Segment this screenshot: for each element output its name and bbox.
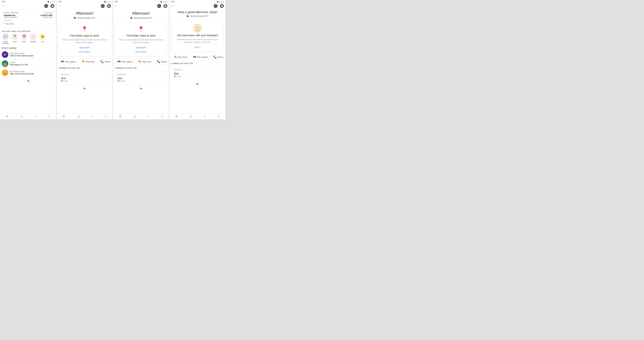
compass-icon-4[interactable]: 🧭 — [220, 4, 224, 8]
explore-item-weather[interactable]: ☁️ Weather — [30, 33, 37, 44]
time-4: 1:50 — [171, 1, 174, 3]
play-music-btn-4[interactable]: 🍕 Play music — [172, 54, 190, 60]
svg-point-7 — [196, 83, 198, 85]
play-game-btn-4[interactable]: 🎮 Play a game — [191, 54, 210, 60]
trending-item-space[interactable]: 🌌 Facts about space Talk to Facts about … — [2, 50, 54, 59]
call-btn-4[interactable]: 📞 Ma ph… — [211, 54, 226, 60]
play-game-btn-2[interactable]: 🎮 Play a game — [58, 59, 78, 65]
event-menu-3[interactable]: ⋮ — [162, 73, 165, 76]
trending-icon-thanos: 😀 — [2, 70, 8, 76]
event-day-4: Tomorrow — [174, 69, 182, 71]
explore-label-weather: Weather — [30, 41, 36, 43]
messages-icon-3[interactable]: ✉ — [157, 4, 161, 8]
back-button-3[interactable]: ← — [115, 5, 118, 8]
card-subtitle-2: Add your work address to get traffic and… — [62, 39, 107, 44]
call-label-2: Ma ph… — [105, 61, 112, 63]
messages-icon-4[interactable]: ✉ — [214, 4, 218, 8]
disclaimer: Disclaimer — [4, 19, 52, 22]
trending-item-thanos[interactable]: 😀 Did Thanos Kill Me Talk to Did Thanos … — [2, 68, 54, 77]
explore-item-news[interactable]: 📅 News — [20, 33, 28, 44]
got-it-link-4[interactable]: GOT IT — [194, 46, 201, 49]
music-icon-2: 🍕 — [82, 60, 85, 63]
add-work-link-2[interactable]: ADD WORK — [79, 46, 90, 49]
stock-row-googl: GOOGL (NASDAQ) 1.71 (0.15%) — [4, 12, 52, 14]
play-music-label-3: Play music — [142, 61, 152, 63]
explore-item-gar[interactable]: 🔶 Gar — [39, 33, 46, 44]
google-dot-container-1 — [0, 77, 56, 84]
stock-price-goog: 1,120.87 USD 2.99 (0.27%) — [40, 14, 52, 18]
call-btn-3[interactable]: 📞 Ma ph… — [155, 59, 169, 65]
nav-back-4[interactable]: ◁ — [190, 114, 192, 118]
music-icon-4: 🍕 — [174, 55, 177, 59]
time-1: 1:52 — [2, 1, 5, 3]
top-bar-3: ← ✉ 🧭 — [113, 3, 169, 9]
nav-location-2[interactable]: ⊙ — [62, 114, 65, 118]
wifi-icon: ▲ — [50, 1, 51, 3]
nav-home-1[interactable]: ○ — [35, 115, 36, 118]
event-time-2: ⏰ 8 AM — [61, 80, 108, 82]
nav-location-1[interactable]: ⊙ — [6, 114, 8, 118]
call-btn-2[interactable]: 📞 Ma ph… — [98, 59, 112, 65]
game-icon-2: 🎮 — [61, 60, 64, 63]
event-menu-2[interactable]: ⋮ — [106, 73, 108, 76]
greeting-3: Afternoon! — [113, 9, 169, 16]
no-thanks-link-2[interactable]: NO THANKS — [79, 50, 90, 54]
greeting-4: Have a great afternoon, Dylan — [170, 9, 226, 15]
explore-label-local: Local — [13, 41, 16, 43]
wifi-icon-4: ▲ — [219, 1, 220, 3]
compass-icon-3[interactable]: 🧭 — [164, 4, 167, 8]
back-button-1[interactable]: ← — [2, 5, 4, 8]
back-button-4[interactable]: ← — [171, 5, 174, 8]
nav-home-3[interactable]: ○ — [148, 115, 149, 118]
call-icon-4: 📞 — [214, 55, 217, 59]
trending-icon-tunein: 📻 — [2, 60, 8, 67]
card-title-4: Get more done with your Assistant — [177, 34, 218, 37]
scroll-content-2[interactable]: Afternoon! 🌥 Mostly Cloudy 26°C 📍 Find f… — [56, 9, 112, 113]
scroll-content-3[interactable]: Afternoon! 🌥 Mostly Cloudy 26°C 📍 Find f… — [113, 9, 169, 113]
nav-location-3[interactable]: ⊙ — [119, 114, 122, 118]
play-music-btn-2[interactable]: 🍕 Play music — [79, 59, 97, 65]
nav-home-2[interactable]: ○ — [91, 115, 93, 118]
trending-title-tunein: TuneIn — [10, 61, 54, 64]
back-button-2[interactable]: ← — [58, 5, 61, 8]
add-work-link-3[interactable]: ADD WORK — [136, 46, 146, 49]
play-music-btn-3[interactable]: 🍕 Play music — [136, 59, 154, 65]
bottom-nav-2: ⊙ ◁ ○ □ — [56, 113, 112, 119]
see-more-link[interactable]: + See more — [4, 22, 52, 26]
messages-icon-2[interactable]: ✉ — [101, 4, 105, 8]
main-card-2: 📍 Find faster ways to work Add your work… — [58, 22, 110, 56]
nav-location-4[interactable]: ⊙ — [175, 114, 178, 118]
nav-back-1[interactable]: ◁ — [20, 114, 23, 118]
nav-home-4[interactable]: ○ — [204, 115, 206, 118]
nav-recents-3[interactable]: □ — [161, 115, 163, 118]
google-dot-4 — [195, 82, 200, 86]
trending-label: What's trending — [2, 45, 54, 50]
bottom-nav-4: ⊙ ◁ ○ □ — [170, 113, 226, 119]
svg-point-8 — [198, 84, 199, 85]
stock-price-googl: 1.71 (0.15%) — [43, 12, 52, 14]
nav-back-3[interactable]: ◁ — [134, 114, 136, 118]
trending-item-tunein[interactable]: 📻 TuneIn Play Mega 97.9 FM — [2, 59, 54, 68]
nav-recents-1[interactable]: □ — [48, 115, 50, 118]
messages-icon-1[interactable]: ✉ — [44, 4, 48, 8]
compass-icon-1[interactable]: 🧭 — [50, 4, 54, 8]
scroll-content-1[interactable]: GOOGL (NASDAQ) 1.71 (0.15%) Alphabet Inc… — [0, 9, 56, 113]
google-dot-container-4 — [170, 80, 226, 87]
weather-text-2: Mostly Cloudy 26°C — [77, 17, 96, 19]
explore-circle-gar: 🔶 — [39, 33, 46, 40]
explore-item-calls[interactable]: 💬 Calls &Messages — [2, 33, 9, 44]
event-title-2: Test — [61, 77, 108, 80]
wifi-icon-3: ▲ — [162, 1, 164, 3]
nav-recents-4[interactable]: □ — [218, 115, 220, 118]
trending-subtitle-tunein: Play Mega 97.9 FM — [10, 64, 54, 66]
scroll-content-4[interactable]: Have a great afternoon, Dylan 🌥 Mostly C… — [170, 9, 226, 113]
nav-recents-2[interactable]: □ — [105, 115, 106, 118]
no-thanks-link-3[interactable]: NO THANKS — [135, 50, 147, 54]
play-game-btn-3[interactable]: 🎮 Play a game — [115, 59, 134, 65]
nav-back-2[interactable]: ◁ — [77, 114, 79, 118]
weather-icon-2: 🌥 — [74, 16, 76, 19]
compass-icon-2[interactable]: 🧭 — [107, 4, 111, 8]
event-menu-4[interactable]: ⋮ — [218, 68, 221, 71]
explore-item-local[interactable]: 📍 Local — [11, 33, 18, 44]
event-title-3: Test — [117, 77, 165, 80]
